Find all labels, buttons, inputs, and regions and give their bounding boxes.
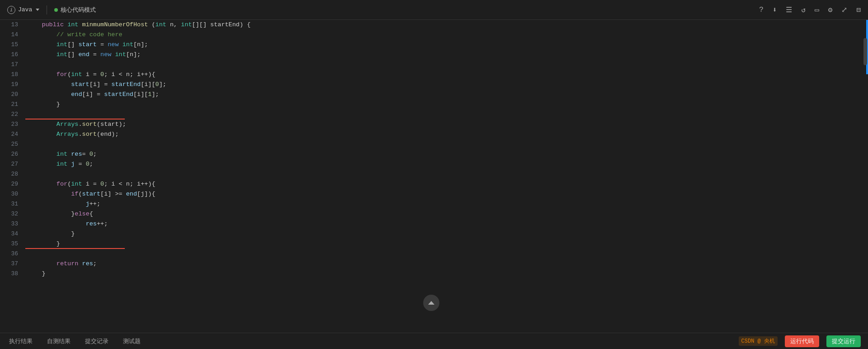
download-icon[interactable]: ⬇	[773, 5, 777, 14]
code-line-13: 13 public int minmumNumberOfHost (int n,…	[0, 20, 863, 30]
line-num-34: 34	[0, 229, 25, 239]
tab-submit-history[interactable]: 提交记录	[83, 336, 110, 346]
code-line-30: 30 if(start[i] >= end[j]){	[0, 189, 863, 199]
line-content-14: // write code here	[25, 30, 863, 40]
line-num-27: 27	[0, 159, 25, 169]
line-num-31: 31	[0, 199, 25, 209]
help-icon[interactable]: ?	[759, 6, 764, 14]
line-content-32: }else{	[25, 209, 863, 219]
line-content-37: return res;	[25, 259, 863, 269]
line-content-31: j++;	[25, 199, 863, 209]
code-line-14: 14 // write code here	[0, 30, 863, 40]
line-content-38: }	[25, 269, 863, 279]
code-editor[interactable]: 13 public int minmumNumberOfHost (int n,…	[0, 20, 863, 333]
bottom-bar: 执行结果 自测结果 提交记录 测试题 CSDN @ 央机 运行代码 提交运行	[0, 333, 868, 349]
code-line-15: 15 int[] start = new int[n];	[0, 40, 863, 50]
code-line-33: 33 res++;	[0, 219, 863, 229]
line-num-25: 25	[0, 139, 25, 149]
code-line-34: 34 }	[0, 229, 863, 239]
code-line-27: 27 int j = 0;	[0, 159, 863, 169]
line-num-36: 36	[0, 249, 25, 259]
code-line-18: 18 for(int i = 0; i < n; i++){	[0, 70, 863, 80]
line-num-18: 18	[0, 70, 25, 80]
line-content-21: }	[25, 100, 863, 110]
lang-selector[interactable]: i Java	[7, 6, 39, 14]
toolbar: i Java 核心代码模式 ? ⬇ ☰ ↺ ▭ ⚙ ⤢ ⊟	[0, 0, 868, 20]
line-content-35: }	[25, 239, 863, 249]
line-num-22: 22	[0, 110, 25, 120]
line-num-29: 29	[0, 179, 25, 189]
line-num-20: 20	[0, 90, 25, 100]
code-line-23: 23 Arrays.sort(start);	[0, 120, 863, 129]
code-line-19: 19 start[i] = startEnd[i][0];	[0, 80, 863, 90]
line-num-38: 38	[0, 269, 25, 279]
split-icon[interactable]: ⊟	[856, 5, 861, 14]
submit-button[interactable]: 提交运行	[826, 335, 861, 347]
line-content-20: end[i] = startEnd[i][1];	[25, 90, 863, 100]
line-num-33: 33	[0, 219, 25, 229]
line-num-37: 37	[0, 259, 25, 269]
tab-test-question[interactable]: 测试题	[121, 336, 142, 346]
code-line-32: 32 }else{	[0, 209, 863, 219]
line-num-28: 28	[0, 169, 25, 179]
line-content-16: int[] end = new int[n];	[25, 50, 863, 60]
line-num-21: 21	[0, 100, 25, 110]
line-num-17: 17	[0, 60, 25, 70]
list-icon[interactable]: ☰	[786, 5, 792, 14]
code-line-22: 22	[0, 110, 863, 120]
display-icon[interactable]: ▭	[815, 5, 819, 14]
line-num-30: 30	[0, 189, 25, 199]
green-dot	[54, 8, 58, 12]
line-num-35: 35	[0, 239, 25, 249]
tab-execution-result[interactable]: 执行结果	[7, 336, 34, 346]
line-num-13: 13	[0, 20, 25, 30]
line-content-34: }	[25, 229, 863, 239]
line-num-19: 19	[0, 80, 25, 90]
settings-icon[interactable]: ⚙	[828, 5, 833, 14]
code-line-20: 20 end[i] = startEnd[i][1];	[0, 90, 863, 100]
scroll-up-arrow-icon	[428, 301, 434, 305]
code-line-26: 26 int res= 0;	[0, 149, 863, 159]
code-line-24: 24 Arrays.sort(end);	[0, 129, 863, 139]
mode-badge: 核心代码模式	[54, 6, 96, 14]
bottom-right: CSDN @ 央机 运行代码 提交运行	[739, 335, 861, 347]
chevron-down-icon	[36, 9, 39, 11]
line-num-24: 24	[0, 129, 25, 139]
run-code-button[interactable]: 运行代码	[785, 335, 819, 347]
expand-icon[interactable]: ⤢	[841, 5, 847, 14]
scroll-up-button[interactable]	[423, 295, 439, 311]
line-num-23: 23	[0, 120, 25, 129]
code-line-21: 21 }	[0, 100, 863, 110]
line-content-33: res++;	[25, 219, 863, 229]
toolbar-right: ? ⬇ ☰ ↺ ▭ ⚙ ⤢ ⊟	[759, 5, 861, 14]
line-num-14: 14	[0, 30, 25, 40]
code-line-16: 16 int[] end = new int[n];	[0, 50, 863, 60]
line-content-26: int res= 0;	[25, 149, 863, 159]
code-lines: 13 public int minmumNumberOfHost (int n,…	[0, 20, 863, 279]
divider	[47, 5, 47, 14]
line-num-32: 32	[0, 209, 25, 219]
tab-self-test[interactable]: 自测结果	[45, 336, 72, 346]
code-line-31: 31 j++;	[0, 199, 863, 209]
mode-label: 核心代码模式	[61, 6, 96, 14]
line-num-26: 26	[0, 149, 25, 159]
scrollbar-thumb[interactable]	[863, 38, 867, 65]
refresh-icon[interactable]: ↺	[801, 5, 806, 14]
main-area: 13 public int minmumNumberOfHost (int n,…	[0, 20, 868, 333]
code-line-36: 36	[0, 249, 863, 259]
code-line-35: 35 }	[0, 239, 863, 249]
info-icon: i	[7, 6, 15, 14]
line-content-30: if(start[i] >= end[j]){	[25, 189, 863, 199]
code-line-25: 25	[0, 139, 863, 149]
csdn-badge: CSDN @ 央机	[739, 336, 778, 346]
scrollbar-track[interactable]	[863, 20, 868, 333]
line-content-29: for(int i = 0; i < n; i++){	[25, 179, 863, 189]
line-content-23: Arrays.sort(start);	[25, 120, 863, 129]
line-num-16: 16	[0, 50, 25, 60]
line-num-15: 15	[0, 40, 25, 50]
line-content-18: for(int i = 0; i < n; i++){	[25, 70, 863, 80]
toolbar-left: i Java 核心代码模式	[7, 5, 96, 14]
line-content-15: int[] start = new int[n];	[25, 40, 863, 50]
code-line-17: 17	[0, 60, 863, 70]
code-line-38: 38 }	[0, 269, 863, 279]
